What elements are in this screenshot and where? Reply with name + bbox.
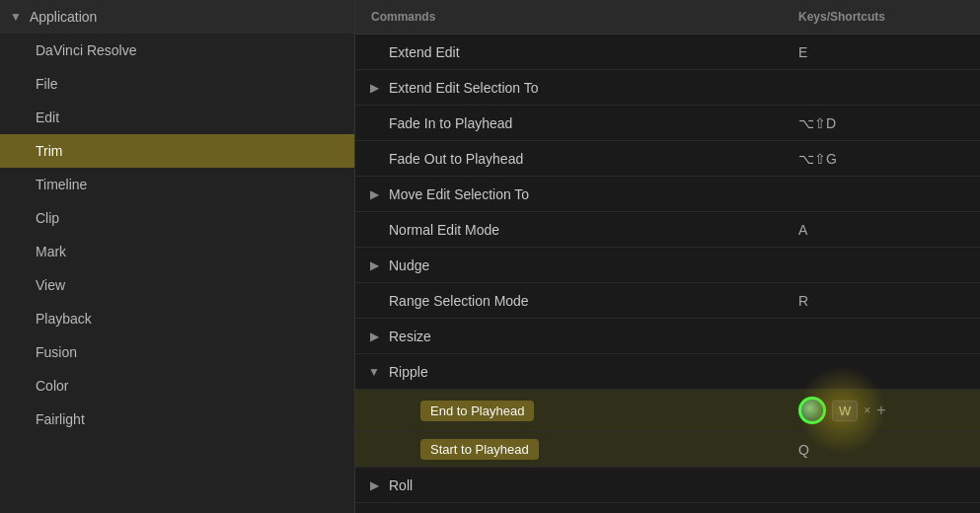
sidebar-item-color[interactable]: Color (0, 369, 354, 403)
table-row[interactable]: ▶ Roll (355, 468, 980, 503)
command-name: Move Edit Selection To (385, 186, 783, 202)
record-indicator (798, 397, 826, 424)
table-row[interactable]: Extend Edit E (355, 35, 980, 70)
command-shortcut[interactable]: W × + (783, 397, 980, 424)
table-row[interactable]: ▼ Ripple (355, 354, 980, 390)
chevron-down-icon: ▼ (10, 10, 22, 24)
sidebar-item-application[interactable]: ▼ Application (0, 0, 354, 34)
table-row[interactable]: Fade Out to Playhead ⌥⇧G (355, 141, 980, 177)
table-row[interactable]: Normal Edit Mode A (355, 212, 980, 248)
sidebar-item-timeline[interactable]: Timeline (0, 168, 354, 201)
command-name: End to Playhead (385, 401, 783, 421)
sidebar-item-fairlight[interactable]: Fairlight (0, 403, 354, 436)
shortcut-key-w: W (832, 401, 858, 421)
clear-shortcut-button[interactable]: × (864, 403, 870, 417)
sidebar-item-fusion[interactable]: Fusion (0, 335, 354, 369)
table-row[interactable]: ▶ Resize (355, 319, 980, 354)
command-name: Roll (385, 477, 783, 493)
command-shortcut: E (783, 44, 980, 60)
command-shortcut: A (783, 222, 980, 238)
command-shortcut: ⌥⇧G (783, 151, 980, 167)
chevron-right-icon: ▶ (355, 187, 385, 201)
sidebar-item-edit[interactable]: Edit (0, 101, 354, 134)
sidebar-item-file[interactable]: File (0, 67, 354, 101)
chevron-down-icon: ▼ (355, 365, 385, 379)
commands-list[interactable]: Extend Edit E ▶ Extend Edit Selection To… (355, 35, 980, 513)
command-name: Nudge (385, 257, 783, 273)
shortcut-key-q: Q (798, 442, 809, 458)
sidebar-item-view[interactable]: View (0, 268, 354, 302)
command-name: Range Selection Mode (385, 293, 783, 309)
highlighted-command-label: Start to Playhead (420, 439, 539, 460)
highlighted-command-label: End to Playhead (420, 401, 534, 421)
sidebar-scroll[interactable]: ▼ Application DaVinci Resolve File Edit … (0, 0, 354, 513)
chevron-right-icon: ▶ (355, 478, 385, 492)
table-row[interactable]: ▶ Nudge (355, 248, 980, 283)
command-name: Extend Edit (385, 44, 783, 60)
table-row-start-to-playhead[interactable]: Start to Playhead Q (355, 432, 980, 468)
sidebar-item-trim[interactable]: Trim (0, 134, 354, 168)
chevron-right-icon: ▶ (355, 258, 385, 272)
command-name: Extend Edit Selection To (385, 80, 783, 96)
table-row-end-to-playhead[interactable]: End to Playhead W × + (355, 390, 980, 432)
command-name: Fade In to Playhead (385, 115, 783, 131)
sidebar-item-playback[interactable]: Playback (0, 302, 354, 335)
command-shortcut: R (783, 293, 980, 309)
sidebar: ▼ Application DaVinci Resolve File Edit … (0, 0, 355, 513)
table-row[interactable]: ▶ Move Edit Selection To (355, 177, 980, 212)
command-name: Ripple (385, 364, 783, 380)
command-name: Normal Edit Mode (385, 222, 783, 238)
chevron-right-icon: ▶ (355, 330, 385, 343)
table-row[interactable]: Fade In to Playhead ⌥⇧D (355, 106, 980, 141)
command-shortcut: ⌥⇧D (783, 115, 980, 131)
content-header: Commands Keys/Shortcuts (355, 0, 980, 35)
command-name: Start to Playhead (385, 439, 783, 460)
keys-column-header: Keys/Shortcuts (783, 4, 980, 30)
table-row[interactable]: ▶ Extend Edit Selection To (355, 70, 980, 106)
sidebar-item-mark[interactable]: Mark (0, 235, 354, 268)
table-row[interactable]: Range Selection Mode R (355, 283, 980, 319)
command-shortcut: Q (783, 442, 980, 458)
content-area: Commands Keys/Shortcuts Extend Edit E ▶ … (355, 0, 980, 513)
command-name: Fade Out to Playhead (385, 151, 783, 167)
commands-column-header: Commands (355, 4, 783, 30)
command-name: Resize (385, 329, 783, 344)
sidebar-item-davinci-resolve[interactable]: DaVinci Resolve (0, 34, 354, 67)
add-shortcut-button[interactable]: + (876, 402, 885, 419)
sidebar-item-clip[interactable]: Clip (0, 201, 354, 235)
chevron-right-icon: ▶ (355, 81, 385, 95)
